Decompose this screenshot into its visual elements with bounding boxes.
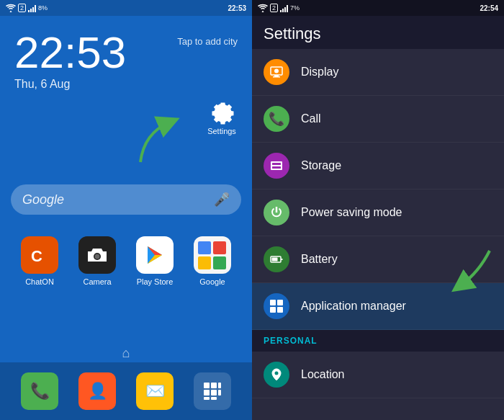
svg-rect-12 [211,390,217,396]
call-phone-icon: 📞 [269,111,284,127]
svg-rect-27 [277,300,283,305]
settings-list: Display 📞 Call Storage [252,49,504,420]
svg-rect-20 [271,161,282,170]
right-panel: 2 7% 22:54 Settings Displa [252,0,504,420]
power-svg [269,205,284,220]
dock-apps-grid[interactable] [194,372,231,410]
mic-icon[interactable]: 🎤 [214,192,230,207]
svg-rect-21 [272,163,281,165]
settings-icon-area[interactable]: Settings [206,94,238,135]
left-status-icons: 2 8% [6,4,48,12]
signal-bars-left [28,4,36,12]
appmanager-icon [264,293,289,319]
clock-area: 22:53 Thu, 6 Aug [0,16,252,98]
svg-rect-9 [211,383,217,388]
apps-grid-icon [202,381,222,401]
wifi-icon-right [258,4,268,12]
time-left: 22:53 [228,4,246,12]
app-google[interactable]: Google [187,236,238,286]
svg-rect-29 [277,307,283,313]
lte-badge-left: 2 [18,4,26,12]
svg-rect-11 [204,390,210,396]
settings-item-location[interactable]: Location [252,352,504,398]
location-label: Location [301,368,345,381]
google-label: Google [199,277,225,286]
app-chaton[interactable]: C ChatON [14,236,65,286]
dock-email[interactable]: ✉️ [136,372,174,410]
chaton-icon: C [21,236,58,274]
dock-phone[interactable]: 📞 [21,372,58,410]
date-display: Thu, 6 Aug [14,78,238,91]
svg-rect-17 [274,75,279,76]
battery-svg [269,252,284,267]
storage-svg [269,158,284,173]
app-grid: C ChatON Camera [0,229,252,293]
playstore-label: Play Store [137,277,174,286]
dock-bar: 📞 👤 ✉️ [0,362,252,420]
appmanager-label: Application manager [301,300,406,313]
svg-text:C: C [31,247,42,265]
settings-item-display[interactable]: Display [252,49,504,96]
svg-rect-18 [273,76,280,78]
svg-rect-24 [281,259,283,260]
google-app-icon [194,236,231,274]
svg-rect-13 [218,390,221,396]
svg-point-3 [95,254,100,259]
left-panel: 2 8% 22:53 22:53 Thu, 6 Aug Tap to add c… [0,0,252,420]
camera-label: Camera [83,277,111,286]
battery-right: 7% [290,4,300,12]
svg-point-19 [274,69,279,73]
settings-item-power[interactable]: Power saving mode [252,189,504,236]
storage-icon [264,153,289,179]
display-label: Display [301,66,338,79]
dock-contacts[interactable]: 👤 [78,372,116,410]
settings-item-storage[interactable]: Storage [252,143,504,189]
green-arrow-to-settings [130,112,187,169]
settings-gear-icon[interactable] [206,94,238,125]
power-icon [264,200,289,225]
app-camera[interactable]: Camera [72,236,122,286]
chaton-label: ChatON [25,277,54,286]
call-icon: 📞 [264,106,289,132]
svg-rect-22 [272,166,281,169]
signal-bars-right [280,4,288,12]
phone-icon: 📞 [30,382,50,401]
playstore-icon [136,236,174,274]
google-search-bar[interactable]: Google 🎤 [11,184,241,215]
home-indicator: ⌂ [122,346,130,361]
settings-page-title: Settings [252,16,504,49]
call-label: Call [301,112,321,125]
display-svg [269,65,284,79]
svg-rect-14 [204,397,210,400]
settings-item-appmanager[interactable]: Application manager [252,283,504,330]
time-right: 22:54 [480,4,498,12]
lte-badge-right: 2 [270,4,278,12]
svg-rect-15 [211,397,217,400]
settings-item-call[interactable]: 📞 Call [252,96,504,143]
email-icon: ✉️ [145,382,165,401]
weather-tap[interactable]: Tap to add city [177,36,238,47]
settings-icon-label: Settings [207,127,236,135]
svg-rect-10 [218,383,221,388]
battery-icon-settings [264,246,289,272]
svg-rect-8 [204,383,210,388]
svg-rect-28 [270,307,276,313]
green-arrow-to-appmanager [436,243,500,294]
google-logo-text: Google [22,192,214,207]
app-playstore[interactable]: Play Store [130,236,180,286]
wifi-icon-left [6,4,16,12]
contacts-icon: 👤 [88,382,107,401]
battery-label: Battery [301,253,338,266]
location-icon [264,362,289,388]
appmanager-svg [269,298,284,314]
svg-rect-26 [270,300,276,305]
storage-label: Storage [301,159,341,172]
location-svg [269,367,284,382]
battery-left: 8% [38,4,48,12]
svg-point-31 [275,372,279,375]
right-status-icons: 2 7% [258,4,300,12]
personal-section-header: PERSONAL [252,330,504,352]
status-bar-right: 2 7% 22:54 [252,0,504,16]
camera-icon [78,236,116,274]
status-bar-left: 2 8% 22:53 [0,0,252,16]
